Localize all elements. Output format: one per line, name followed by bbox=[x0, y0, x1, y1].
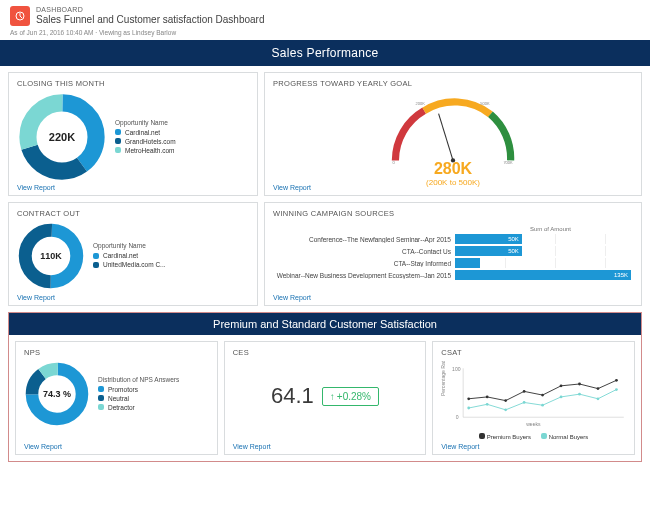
card-title: CSAT bbox=[441, 348, 626, 357]
svg-point-24 bbox=[542, 394, 545, 397]
svg-point-33 bbox=[542, 404, 545, 407]
svg-point-25 bbox=[560, 384, 563, 387]
donut-center-value: 220K bbox=[17, 92, 107, 182]
svg-point-29 bbox=[468, 407, 471, 410]
bar-row: Conference--The Newfangled Seminar--Apr … bbox=[275, 234, 631, 244]
ces-delta-badge: ↑+0.28% bbox=[322, 387, 379, 406]
closing-legend: Opportunity Name Cardinal.net GrandHotel… bbox=[115, 119, 176, 156]
progress-goal-card: PROGRESS TOWARD YEARLY GOAL 0 200K 500K … bbox=[264, 72, 642, 196]
svg-point-35 bbox=[578, 393, 581, 396]
gauge-chart: 0 200K 500K 700K 280K (200K to 500K) bbox=[323, 92, 583, 187]
svg-text:100: 100 bbox=[452, 366, 461, 372]
bar-chart: Sum of Amount Conference--The Newfangled… bbox=[273, 222, 633, 296]
svg-text:Percentage Rate: Percentage Rate bbox=[441, 361, 446, 396]
card-title: WINNING CAMPAIGN SOURCES bbox=[273, 209, 633, 218]
contract-legend: Opportunity Name Cardinal.net UnitedMedi… bbox=[93, 242, 166, 270]
svg-line-4 bbox=[439, 114, 453, 161]
viewing-as-subline: As of Jun 21, 2016 10:40 AM · Viewing as… bbox=[10, 29, 640, 36]
cs-band: Premium and Standard Customer Satisfacti… bbox=[9, 313, 641, 335]
nps-card: NPS 74.3 % Distribution of NPS Answers P… bbox=[15, 341, 218, 455]
nps-legend: Distribution of NPS Answers Promotors Ne… bbox=[98, 376, 179, 413]
svg-point-22 bbox=[505, 399, 508, 402]
closing-this-month-card: CLOSING THIS MONTH 220K Opportunity Name… bbox=[8, 72, 258, 196]
bar-row: Webinar--New Business Development Ecosys… bbox=[275, 270, 631, 280]
svg-text:700K: 700K bbox=[503, 160, 513, 164]
csat-card: CSAT Percentage Rate 100 0 weeks Premium… bbox=[432, 341, 635, 455]
dashboard-app-icon bbox=[10, 6, 30, 26]
svg-point-20 bbox=[468, 397, 471, 400]
ces-value: 64.1 bbox=[271, 383, 314, 409]
customer-satisfaction-section: Premium and Standard Customer Satisfacti… bbox=[8, 312, 642, 462]
arrow-up-icon: ↑ bbox=[330, 391, 335, 402]
nps-donut-chart: 74.3 % bbox=[24, 361, 90, 427]
card-title: CES bbox=[233, 348, 418, 357]
page-title: Sales Funnel and Customer satisfaction D… bbox=[36, 14, 264, 25]
svg-point-28 bbox=[615, 379, 618, 382]
view-report-link[interactable]: View Report bbox=[24, 443, 62, 450]
sales-grid: CLOSING THIS MONTH 220K Opportunity Name… bbox=[0, 66, 650, 312]
view-report-link[interactable]: View Report bbox=[441, 443, 479, 450]
view-report-link[interactable]: View Report bbox=[17, 294, 55, 301]
view-report-link[interactable]: View Report bbox=[273, 184, 311, 191]
card-title: PROGRESS TOWARD YEARLY GOAL bbox=[273, 79, 633, 88]
card-title: CLOSING THIS MONTH bbox=[17, 79, 249, 88]
svg-point-31 bbox=[505, 408, 508, 411]
donut-center-value: 74.3 % bbox=[24, 361, 90, 427]
svg-point-21 bbox=[486, 396, 489, 399]
svg-point-26 bbox=[578, 383, 581, 386]
svg-text:0: 0 bbox=[393, 160, 396, 164]
breadcrumb: DASHBOARD bbox=[36, 6, 264, 13]
svg-point-37 bbox=[615, 388, 618, 391]
svg-text:0: 0 bbox=[456, 414, 459, 420]
svg-text:500K: 500K bbox=[480, 101, 490, 106]
gauge-range: (200K to 500K) bbox=[323, 178, 583, 187]
svg-text:200K: 200K bbox=[416, 101, 426, 106]
svg-point-23 bbox=[523, 390, 526, 393]
svg-point-27 bbox=[597, 387, 600, 390]
winning-campaigns-card: WINNING CAMPAIGN SOURCES Sum of Amount C… bbox=[264, 202, 642, 306]
card-title: NPS bbox=[24, 348, 209, 357]
view-report-link[interactable]: View Report bbox=[233, 443, 271, 450]
view-report-link[interactable]: View Report bbox=[17, 184, 55, 191]
csat-line-chart: Percentage Rate 100 0 weeks bbox=[441, 361, 626, 431]
svg-text:weeks: weeks bbox=[526, 421, 541, 427]
card-title: CONTRACT OUT bbox=[17, 209, 249, 218]
bar-row: CTA--Stay Informed bbox=[275, 258, 631, 268]
svg-point-34 bbox=[560, 396, 563, 399]
contract-donut-chart: 110K bbox=[17, 222, 85, 290]
csat-legend: Premium Buyers Normal Buyers bbox=[441, 433, 626, 440]
bar-row: CTA--Contact Us50K bbox=[275, 246, 631, 256]
svg-point-30 bbox=[486, 403, 489, 406]
view-report-link[interactable]: View Report bbox=[273, 294, 311, 301]
sales-performance-band: Sales Performance bbox=[0, 40, 650, 66]
ces-card: CES 64.1 ↑+0.28% View Report bbox=[224, 341, 427, 455]
donut-center-value: 110K bbox=[17, 222, 85, 290]
dashboard-header: DASHBOARD Sales Funnel and Customer sati… bbox=[0, 0, 650, 40]
svg-point-32 bbox=[523, 401, 526, 404]
contract-out-card: CONTRACT OUT 110K Opportunity Name Cardi… bbox=[8, 202, 258, 306]
svg-point-36 bbox=[597, 397, 600, 400]
closing-donut-chart: 220K bbox=[17, 92, 107, 182]
